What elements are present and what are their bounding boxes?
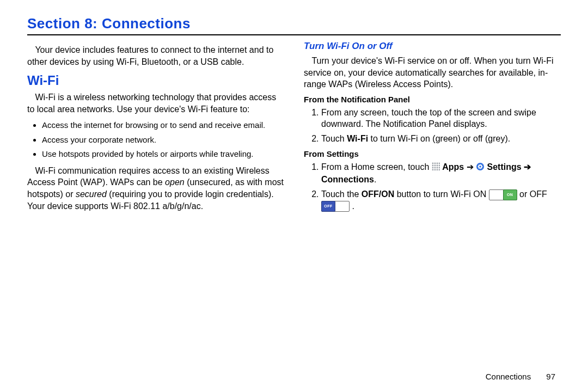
- page-number: 97: [546, 372, 555, 381]
- from-settings-steps: From a Home screen, touch Apps ➔ Setting…: [304, 161, 561, 212]
- svg-point-4: [432, 164, 433, 166]
- svg-point-3: [438, 162, 439, 164]
- wifi-heading: Wi-Fi: [27, 73, 284, 88]
- wifi-feature-list: Access the internet for browsing or to s…: [27, 119, 284, 161]
- horizontal-rule: [27, 34, 561, 35]
- step-item: From a Home screen, touch Apps ➔ Setting…: [321, 161, 561, 186]
- turn-wifi-heading: Turn Wi-Fi On or Off: [304, 41, 561, 52]
- svg-point-14: [436, 169, 438, 170]
- section-title: Section 8: Connections: [27, 15, 561, 32]
- step-item: Touch the OFF/ON button to turn Wi-Fi ON…: [321, 188, 561, 212]
- left-column: Your device includes features to connect…: [27, 41, 284, 216]
- wifi-off-toggle-icon: [321, 201, 350, 212]
- list-item: Access the internet for browsing or to s…: [42, 119, 284, 132]
- notification-panel-steps: From any screen, touch the top of the sc…: [304, 107, 561, 145]
- right-column: Turn Wi-Fi On or Off Turn your device's …: [304, 41, 561, 216]
- svg-point-10: [436, 167, 438, 168]
- apps-grid-icon: [432, 162, 440, 174]
- wifi-intro-paragraph: Wi-Fi is a wireless networking technolog…: [27, 91, 284, 115]
- svg-point-17: [479, 166, 481, 167]
- from-notification-panel-subhead: From the Notification Panel: [304, 95, 561, 104]
- svg-point-7: [438, 164, 439, 166]
- svg-point-13: [434, 169, 436, 170]
- svg-point-1: [434, 162, 436, 164]
- wifi-on-toggle-icon: [489, 189, 517, 200]
- svg-point-0: [432, 162, 433, 164]
- from-settings-subhead: From Settings: [304, 149, 561, 158]
- svg-point-12: [432, 169, 433, 170]
- wap-paragraph: Wi-Fi communication requires access to a…: [27, 165, 284, 212]
- svg-point-6: [436, 164, 438, 166]
- turn-wifi-paragraph: Turn your device's Wi-Fi service on or o…: [304, 55, 561, 90]
- svg-point-8: [432, 167, 433, 168]
- page: Section 8: Connections Your device inclu…: [0, 0, 588, 392]
- svg-point-9: [434, 167, 436, 168]
- svg-point-11: [438, 167, 439, 168]
- list-item: Access your corporate network.: [42, 134, 284, 146]
- step-item: From any screen, touch the top of the sc…: [321, 107, 561, 130]
- step-item: Touch Wi-Fi to turn Wi-Fi on (green) or …: [321, 133, 561, 145]
- list-item: Use hotspots provided by hotels or airpo…: [42, 148, 284, 161]
- footer-label: Connections: [486, 372, 531, 381]
- svg-point-2: [436, 162, 438, 164]
- svg-point-15: [438, 169, 439, 170]
- svg-point-5: [434, 164, 436, 166]
- content-columns: Your device includes features to connect…: [27, 41, 561, 216]
- page-footer: Connections 97: [486, 372, 555, 381]
- intro-paragraph: Your device includes features to connect…: [27, 44, 284, 68]
- settings-gear-icon: [476, 162, 485, 174]
